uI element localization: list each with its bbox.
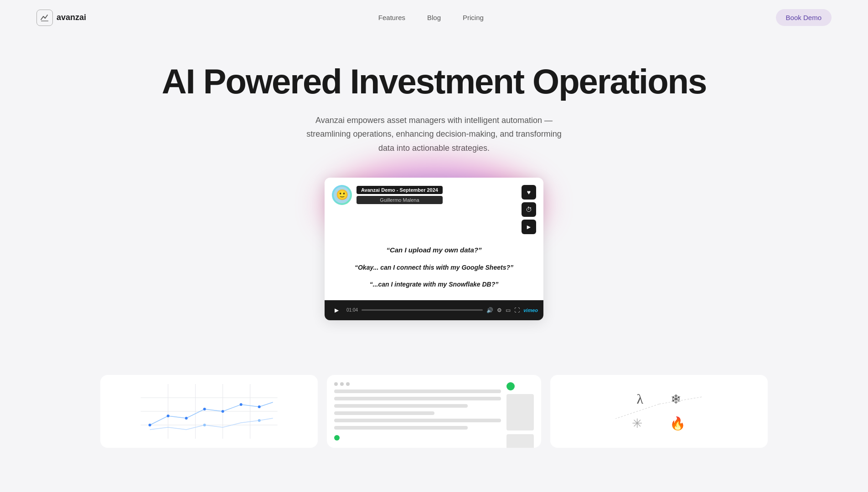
fullscreen-icon[interactable]: ⛶ [514, 307, 520, 313]
doc-image-placeholder-2 [506, 434, 534, 448]
doc-lines [334, 390, 501, 430]
progress-bar[interactable] [362, 309, 483, 311]
video-header: 🙂 Avanzai Demo - September 2024 Guillerm… [325, 178, 543, 238]
svg-point-13 [240, 403, 243, 406]
dot-3 [346, 382, 350, 386]
time-code: 01:04 [346, 308, 358, 313]
settings-icon[interactable]: ⚙ [497, 307, 502, 313]
svg-point-9 [167, 415, 170, 417]
bottom-green-dot [334, 435, 340, 441]
play-button[interactable]: ▶ [330, 304, 343, 317]
control-icons: 🔊 ⚙ ▭ ⛶ vimeo [486, 307, 538, 313]
flame-icon: 🔥 [670, 416, 686, 431]
doc-line [334, 404, 467, 408]
icons-row-bottom: ✳ 🔥 [632, 416, 686, 431]
spinner-icon: ✳ [632, 416, 642, 431]
document-card [327, 375, 541, 448]
share-button[interactable]: ► [522, 220, 536, 234]
video-info: 🙂 Avanzai Demo - September 2024 Guillerm… [332, 185, 443, 205]
doc-line [334, 411, 434, 415]
snowflake-icon: ❄ [671, 392, 681, 407]
doc-line [334, 390, 501, 393]
svg-point-14 [258, 405, 261, 408]
captions-icon[interactable]: ▭ [506, 307, 511, 313]
video-card: 🙂 Avanzai Demo - September 2024 Guillerm… [325, 178, 543, 320]
icons-card: λ ❄ ✳ 🔥 [550, 375, 768, 448]
logo-text: avanzai [57, 13, 86, 22]
dot-2 [340, 382, 344, 386]
line-chart [109, 384, 309, 439]
logo-icon [36, 10, 53, 26]
hero-title: AI Powered Investment Operations [18, 62, 850, 101]
nav-blog[interactable]: Blog [427, 14, 441, 21]
video-quote-3: “...can I integrate with my Snowflake DB… [336, 280, 532, 289]
video-actions: ♥ ⏱ ► [522, 185, 536, 234]
icons-row-top: λ ❄ [637, 391, 682, 407]
video-labels: Avanzai Demo - September 2024 Guillermo … [356, 186, 443, 204]
svg-point-8 [149, 424, 151, 426]
avatar-face: 🙂 [334, 187, 350, 203]
doc-line [334, 419, 501, 422]
logo-area[interactable]: avanzai [36, 10, 86, 26]
video-quote-2: “Okay... can I connect this with my Goog… [336, 263, 532, 272]
svg-point-10 [185, 417, 188, 420]
watch-later-button[interactable]: ⏱ [522, 202, 536, 217]
chart-card [100, 375, 318, 448]
doc-image-placeholder [506, 394, 534, 430]
vimeo-logo: vimeo [523, 308, 538, 313]
nav-pricing[interactable]: Pricing [463, 14, 484, 21]
video-container: 🙂 Avanzai Demo - September 2024 Guillerm… [325, 178, 543, 320]
book-demo-button[interactable]: Book Demo [776, 9, 832, 26]
svg-point-16 [258, 419, 261, 422]
video-title-badge: Avanzai Demo - September 2024 [356, 186, 443, 194]
nav-features[interactable]: Features [378, 14, 405, 21]
nav-links: Features Blog Pricing [378, 14, 484, 21]
svg-point-12 [222, 410, 224, 413]
video-author-badge: Guillermo Malena [356, 196, 443, 204]
navbar: avanzai Features Blog Pricing Book Demo [0, 0, 868, 35]
dot-1 [334, 382, 338, 386]
bottom-cards: λ ❄ ✳ 🔥 [0, 357, 868, 448]
green-dot-top [506, 382, 515, 390]
doc-dots [334, 382, 501, 386]
svg-point-15 [203, 424, 206, 426]
lambda-icon: λ [637, 391, 644, 407]
svg-point-11 [203, 408, 206, 410]
hero-section: AI Powered Investment Operations Avanzai… [0, 35, 868, 338]
video-content: “Can I upload my own data?” “Okay... can… [325, 238, 543, 300]
volume-icon[interactable]: 🔊 [486, 307, 493, 313]
avatar: 🙂 [332, 185, 352, 205]
connector-lines [550, 375, 768, 448]
doc-line [334, 397, 501, 400]
hero-subtitle: Avanzai empowers asset managers with int… [306, 113, 562, 155]
like-button[interactable]: ♥ [522, 185, 536, 200]
video-quote-1: “Can I upload my own data?” [336, 245, 532, 256]
video-controls: ▶ 01:04 🔊 ⚙ ▭ ⛶ vimeo [325, 300, 543, 320]
doc-line [334, 426, 467, 430]
